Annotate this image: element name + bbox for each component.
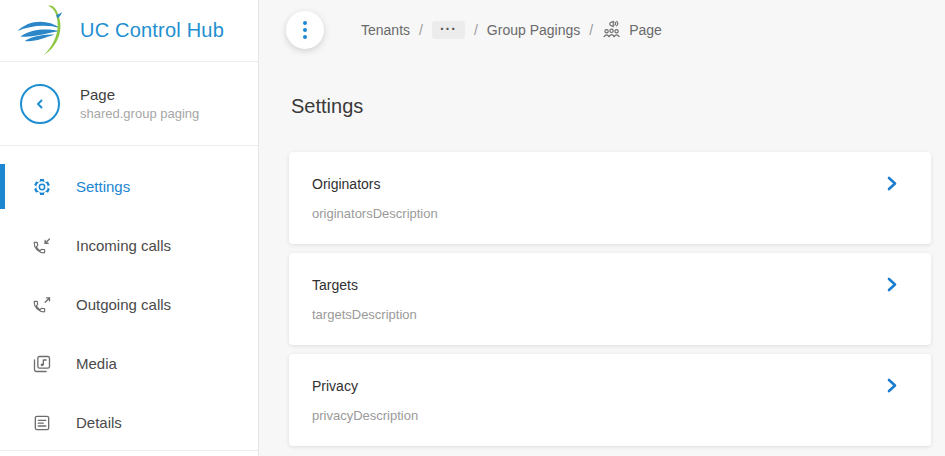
sidebar-item-media[interactable]: Media xyxy=(0,334,258,393)
sidebar: UC Control Hub Page shared.group paging xyxy=(0,0,259,456)
chevron-right-icon xyxy=(886,378,898,393)
sidebar-item-outgoing-calls[interactable]: Outgoing calls xyxy=(0,275,258,334)
card-originators[interactable]: Originators originatorsDescription xyxy=(289,152,931,244)
brand-header: UC Control Hub xyxy=(0,0,258,62)
sidebar-item-settings[interactable]: Settings xyxy=(0,157,258,216)
breadcrumb: Tenants / ··· / Group Pagings / Page xyxy=(361,0,662,60)
sidebar-item-label: Settings xyxy=(76,178,130,195)
card-description: targetsDescription xyxy=(312,307,417,322)
incoming-call-icon xyxy=(32,236,52,256)
chevron-left-icon xyxy=(28,92,52,116)
media-icon xyxy=(32,354,52,374)
breadcrumb-ellipsis-button[interactable]: ··· xyxy=(432,21,465,39)
chevron-right-icon xyxy=(886,277,898,292)
chevron-right-icon xyxy=(886,176,898,191)
page-nav-meta: Page shared.group paging xyxy=(80,86,199,121)
page-nav-section: Page shared.group paging xyxy=(0,62,258,146)
sidebar-bottom-divider xyxy=(0,450,258,451)
dot-icon xyxy=(303,35,307,39)
outgoing-call-icon xyxy=(32,295,52,315)
page-nav-title: Page xyxy=(80,86,199,103)
breadcrumb-item-group-pagings[interactable]: Group Pagings xyxy=(487,22,580,38)
card-targets[interactable]: Targets targetsDescription xyxy=(289,253,931,345)
back-button[interactable] xyxy=(20,84,60,124)
breadcrumb-item-tenants[interactable]: Tenants xyxy=(361,22,410,38)
page-nav-subtitle: shared.group paging xyxy=(80,106,199,121)
more-actions-button[interactable] xyxy=(286,11,324,49)
breadcrumb-separator: / xyxy=(589,22,593,38)
breadcrumb-item-page: Page xyxy=(602,20,662,40)
card-title: Privacy xyxy=(312,378,358,394)
app-window: UC Control Hub Page shared.group paging xyxy=(0,0,945,456)
bird-logo-icon xyxy=(14,4,68,58)
breadcrumb-separator: / xyxy=(419,22,423,38)
app-title: UC Control Hub xyxy=(80,19,224,42)
breadcrumb-item-label: Page xyxy=(629,22,662,38)
breadcrumb-separator: / xyxy=(474,22,478,38)
page-title: Settings xyxy=(291,95,363,118)
gear-icon xyxy=(32,177,52,197)
settings-card-list: Originators originatorsDescription Targe… xyxy=(289,152,931,446)
sidebar-menu: Settings Incoming calls xyxy=(0,146,258,452)
sidebar-item-incoming-calls[interactable]: Incoming calls xyxy=(0,216,258,275)
card-title: Targets xyxy=(312,277,358,293)
card-description: originatorsDescription xyxy=(312,206,438,221)
sidebar-item-label: Incoming calls xyxy=(76,237,171,254)
group-paging-icon xyxy=(602,20,622,40)
sidebar-item-label: Details xyxy=(76,414,122,431)
sidebar-item-label: Media xyxy=(76,355,117,372)
sidebar-item-details[interactable]: Details xyxy=(0,393,258,452)
card-privacy[interactable]: Privacy privacyDescription xyxy=(289,354,931,446)
sidebar-item-label: Outgoing calls xyxy=(76,296,171,313)
main-content: Tenants / ··· / Group Pagings / Page xyxy=(260,0,945,456)
dot-icon xyxy=(303,28,307,32)
card-title: Originators xyxy=(312,176,380,192)
card-description: privacyDescription xyxy=(312,408,418,423)
details-icon xyxy=(32,413,52,433)
dot-icon xyxy=(303,21,307,25)
